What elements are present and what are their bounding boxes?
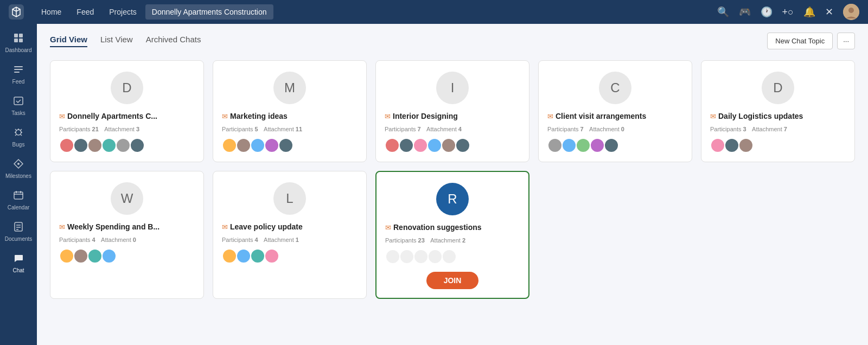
svg-rect-14 (14, 192, 23, 199)
svg-point-11 (16, 130, 21, 135)
card-avatar-leave: L (273, 182, 306, 215)
chat-card-donnelly[interactable]: D ✉ Donnelly Apartments C... Participant… (50, 60, 204, 162)
chat-icon (13, 253, 24, 266)
more-options-button[interactable]: ··· (837, 33, 855, 49)
card-avatar-weekly: W (111, 182, 143, 215)
nav-home[interactable]: Home (35, 4, 68, 20)
nav-feed[interactable]: Feed (70, 4, 100, 20)
participant-avatar (590, 138, 605, 153)
participant-avatar (738, 138, 754, 153)
sidebar-item-feed[interactable]: Feed (2, 60, 35, 89)
participant-avatar (724, 138, 739, 153)
attachments-label: Attachment 7 (752, 126, 787, 132)
sidebar-label-documents: Documents (5, 236, 33, 242)
tab-archived-chats[interactable]: Archived Chats (146, 35, 201, 47)
participants-label: Participants 21 (59, 126, 99, 132)
card-title-daily: Daily Logistics updates (718, 112, 803, 120)
sidebar: Dashboard Feed Tasks Bugs Milestones (0, 24, 37, 345)
close-icon[interactable]: ✕ (825, 6, 833, 18)
plus-icon[interactable]: +○ (782, 7, 794, 18)
participant-avatar (101, 248, 117, 264)
participant-avatar (101, 138, 117, 153)
sidebar-item-calendar[interactable]: Calendar (2, 186, 35, 215)
view-header: Grid View List View Archived Chats New C… (50, 33, 855, 49)
sidebar-label-bugs: Bugs (12, 142, 25, 148)
card-avatar-client: C (599, 72, 631, 104)
participant-avatar (427, 249, 443, 264)
sidebar-item-chat[interactable]: Chat (2, 248, 35, 278)
svg-rect-6 (19, 39, 23, 42)
sidebar-label-dashboard: Dashboard (5, 47, 32, 53)
participant-avatar (399, 138, 414, 153)
card-title-marketing: Marketing ideas (230, 112, 288, 120)
dashboard-icon (13, 33, 24, 46)
participant-avatar (385, 138, 400, 153)
card-meta-daily: Participants 3 Attachment 7 (710, 126, 846, 132)
chat-card-daily[interactable]: D ✉ Daily Logistics updates Participants… (701, 60, 855, 162)
card-meta-donnelly: Participants 21 Attachment 3 (59, 126, 195, 132)
sidebar-label-chat: Chat (12, 267, 24, 273)
sidebar-item-documents[interactable]: Documents (2, 217, 35, 246)
chat-card-client[interactable]: C ✉ Client visit arrangements Participan… (538, 60, 692, 162)
participant-avatar (442, 249, 457, 264)
nav-projects[interactable]: Projects (103, 4, 143, 20)
participants-label: Participants 3 (710, 126, 746, 132)
user-avatar[interactable] (843, 4, 859, 20)
chat-card-weekly[interactable]: W ✉ Weekly Spending and B... Participant… (50, 171, 204, 299)
card-avatar-daily: D (762, 72, 794, 104)
chat-card-interior[interactable]: I ✉ Interior Designing Participants 7 At… (375, 60, 529, 162)
tab-list-view[interactable]: List View (100, 35, 133, 47)
participant-avatar (264, 138, 279, 153)
participant-avatar (236, 138, 251, 153)
chat-card-renovation[interactable]: R ✉ Renovation suggestions Participants … (375, 171, 529, 299)
sidebar-label-feed: Feed (12, 79, 25, 85)
participant-avatar (250, 138, 265, 153)
participant-avatar (59, 248, 74, 264)
participants-row-client (547, 138, 683, 153)
sidebar-label-milestones: Milestones (5, 173, 31, 179)
chat-card-marketing[interactable]: M ✉ Marketing ideas Participants 5 Attac… (213, 60, 367, 162)
participants-row-daily (710, 138, 846, 153)
svg-point-13 (17, 163, 20, 165)
participants-label: Participants 7 (385, 126, 421, 132)
topic-icon: ✉ (710, 112, 716, 120)
participant-avatar (116, 138, 131, 153)
participant-avatar (130, 138, 145, 153)
app-body: Dashboard Feed Tasks Bugs Milestones (0, 24, 868, 345)
bell-icon[interactable]: 🔔 (803, 6, 815, 18)
attachments-label: Attachment 0 (101, 237, 136, 243)
chat-card-leave[interactable]: L ✉ Leave policy update Participants 4 A… (213, 171, 367, 299)
nav-project-current[interactable]: Donnelly Apartments Construction (145, 4, 273, 20)
card-title-client: Client visit arrangements (556, 112, 646, 120)
participant-avatar (87, 248, 103, 264)
participants-label: Participants 5 (222, 126, 258, 132)
card-meta-client: Participants 7 Attachment 0 (547, 126, 683, 132)
participants-row-leave (222, 248, 358, 264)
topic-icon: ✉ (222, 223, 228, 231)
main-content: Grid View List View Archived Chats New C… (37, 24, 868, 345)
sidebar-item-dashboard[interactable]: Dashboard (2, 28, 35, 58)
clock-icon[interactable]: 🕐 (761, 6, 773, 18)
topic-icon: ✉ (59, 223, 65, 231)
card-title-row-weekly: ✉ Weekly Spending and B... (59, 222, 195, 231)
sidebar-item-bugs[interactable]: Bugs (2, 123, 35, 152)
card-meta-leave: Participants 4 Attachment 1 (222, 237, 358, 243)
new-chat-button[interactable]: New Chat Topic (767, 33, 833, 49)
sidebar-item-milestones[interactable]: Milestones (2, 154, 35, 183)
game-icon[interactable]: 🎮 (739, 6, 751, 18)
top-nav: Home Feed Projects Donnelly Apartments C… (0, 0, 868, 24)
view-tabs: Grid View List View Archived Chats (50, 35, 201, 47)
logo-icon (9, 4, 24, 20)
sidebar-item-tasks[interactable]: Tasks (2, 91, 35, 120)
search-icon[interactable]: 🔍 (717, 6, 729, 18)
card-avatar-donnelly: D (111, 72, 143, 104)
participant-avatar (264, 248, 279, 264)
participant-avatar (222, 248, 237, 264)
tab-grid-view[interactable]: Grid View (50, 35, 87, 47)
participant-avatar (710, 138, 725, 153)
join-button[interactable]: JOIN (426, 272, 479, 289)
card-title-row-renovation: ✉ Renovation suggestions (385, 223, 520, 232)
participant-avatar (576, 138, 591, 153)
card-meta-renovation: Participants 23 Attachment 2 (385, 237, 520, 244)
milestones-icon (13, 158, 24, 172)
